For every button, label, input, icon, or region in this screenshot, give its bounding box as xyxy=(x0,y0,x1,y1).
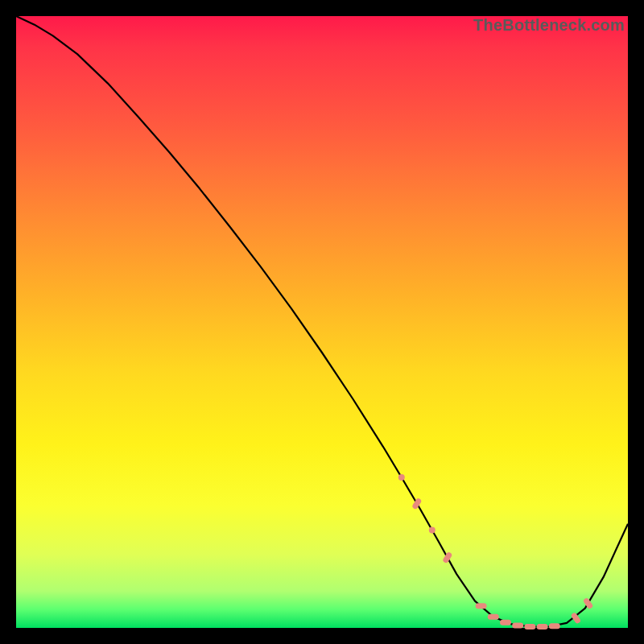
marker xyxy=(429,526,436,533)
marker xyxy=(398,474,405,481)
marker-layer xyxy=(398,474,594,630)
chart-svg xyxy=(16,16,628,628)
plot-area: TheBottleneck.com xyxy=(16,16,628,628)
marker xyxy=(500,620,511,625)
marker xyxy=(583,597,594,609)
marker xyxy=(537,624,548,630)
curve-line xyxy=(16,16,628,626)
marker xyxy=(512,622,523,628)
marker xyxy=(476,603,487,609)
marker xyxy=(488,614,499,620)
marker xyxy=(442,551,452,564)
marker xyxy=(549,623,560,629)
marker xyxy=(524,624,535,630)
